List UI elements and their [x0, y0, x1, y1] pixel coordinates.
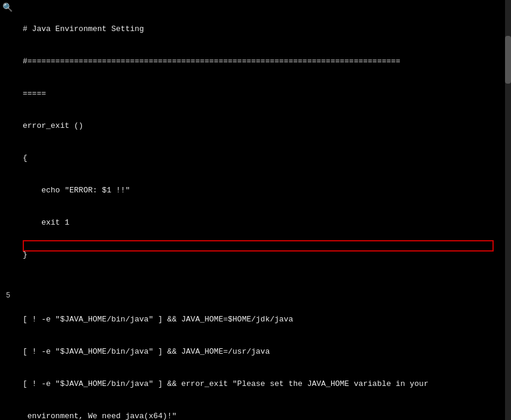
code-line-4: error_exit ()	[23, 121, 506, 131]
code-line-3: =====	[23, 88, 506, 99]
scrollbar[interactable]	[505, 0, 511, 420]
code-line-8: }	[23, 250, 506, 260]
code-content: # Java Environment Setting #============…	[18, 0, 511, 420]
scrollbar-thumb[interactable]	[505, 36, 511, 84]
line-number-badge: 5	[6, 290, 10, 301]
code-line-12: [ ! -e "$JAVA_HOME/bin/java" ] && error_…	[23, 379, 506, 390]
code-line-10: [ ! -e "$JAVA_HOME/bin/java" ] && JAVA_H…	[23, 314, 506, 325]
code-line-9	[23, 282, 506, 293]
code-line-7: exit 1	[23, 217, 506, 228]
code-line-5: {	[23, 153, 506, 164]
code-line-11: [ ! -e "$JAVA_HOME/bin/java" ] && JAVA_H…	[23, 347, 506, 357]
code-line-2: #=======================================…	[23, 56, 506, 67]
editor-container: 🔍 # Java Environment Setting #==========…	[0, 0, 511, 420]
code-line-1: # Java Environment Setting	[23, 24, 506, 35]
code-line-13: environment, We need java(x64)!"	[23, 411, 506, 420]
search-icon: 🔍	[2, 2, 13, 13]
code-line-6: echo "ERROR: $1 !!"	[23, 185, 506, 196]
